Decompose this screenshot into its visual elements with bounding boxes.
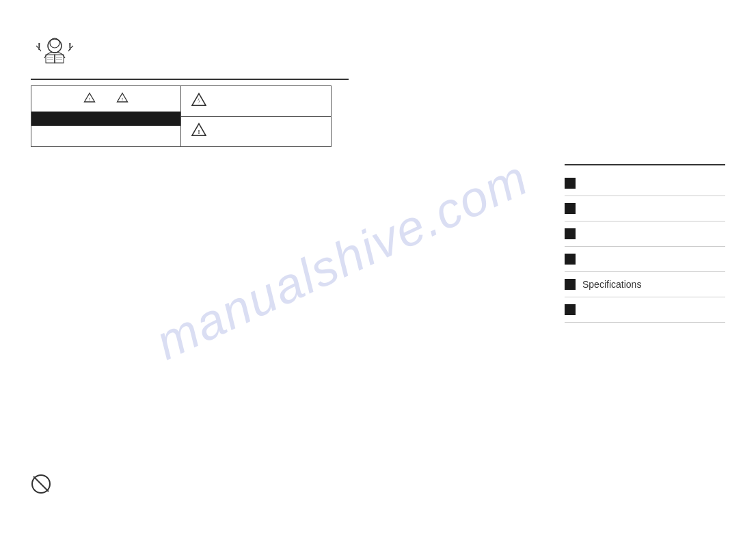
warning-box-left-header: ! ! [31, 86, 180, 112]
warning-box-left: ! ! [31, 85, 181, 147]
svg-text:!: ! [122, 96, 123, 100]
page-content: ! ! ! ! [0, 0, 756, 538]
svg-rect-2 [46, 55, 55, 63]
sidebar-item-spec-label: Specifications [582, 279, 641, 290]
sidebar-item-3-box [565, 228, 576, 239]
electric-warning-icon [191, 92, 206, 110]
manual-reading-icon: ! ! [31, 38, 79, 75]
warning-box-right-bottom: ! [181, 117, 331, 147]
watermark-text: manualshive.com [147, 149, 537, 371]
illustration-area: ! ! [31, 38, 79, 75]
warning-box-right: ! [181, 85, 332, 147]
warning-triangle-icon-1: ! [83, 92, 96, 107]
top-horizontal-rule [31, 79, 349, 80]
sidebar-item-1[interactable] [565, 171, 725, 196]
sidebar-item-2[interactable] [565, 196, 725, 221]
sidebar-item-4-box [565, 254, 576, 265]
sidebar-item-3[interactable] [565, 221, 725, 247]
warning-triangle-icon-2: ! [116, 92, 129, 107]
sidebar-item-1-box [565, 178, 576, 189]
right-sidebar: Specifications [565, 164, 725, 323]
no-smoking-icon [31, 474, 51, 497]
warning-box-left-footer [31, 126, 180, 146]
warning-box-right-top [181, 86, 331, 117]
svg-text:!: ! [198, 129, 200, 135]
sidebar-item-4[interactable] [565, 247, 725, 272]
sidebar-item-6[interactable] [565, 297, 725, 323]
warning-box-dark-band [31, 112, 180, 126]
svg-point-1 [50, 38, 59, 48]
svg-point-0 [48, 39, 62, 53]
caution-warning-icon: ! [191, 122, 206, 140]
sidebar-item-specifications[interactable]: Specifications [565, 272, 725, 297]
svg-line-15 [33, 476, 49, 492]
svg-text:!: ! [89, 96, 90, 100]
sidebar-item-6-box [565, 304, 576, 315]
sidebar-top-rule [565, 164, 725, 165]
svg-rect-3 [55, 55, 64, 63]
warning-table: ! ! [31, 85, 332, 147]
sidebar-item-spec-box [565, 279, 576, 290]
sidebar-item-2-box [565, 203, 576, 214]
